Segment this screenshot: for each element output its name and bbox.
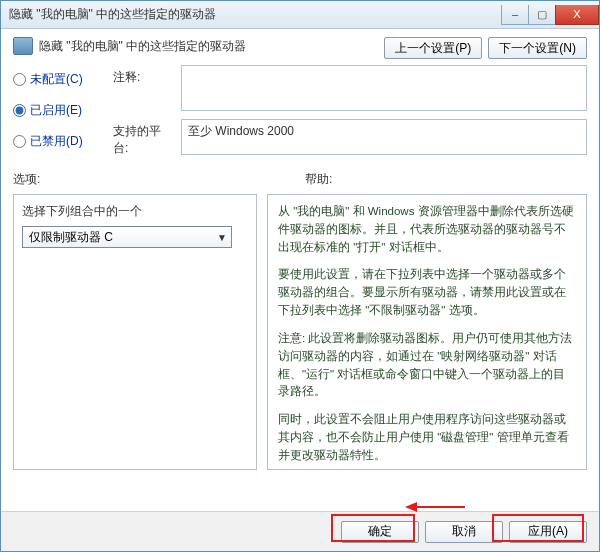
ok-button[interactable]: 确定 xyxy=(341,521,419,543)
lower-section: 选择下列组合中的一个 仅限制驱动器 C ▼ 从 "我的电脑" 和 Windows… xyxy=(13,194,587,470)
header-left: 隐藏 "我的电脑" 中的这些指定的驱动器 xyxy=(13,37,246,55)
section-labels-row: 选项: 帮助: xyxy=(13,171,587,188)
radio-disabled-input[interactable] xyxy=(13,135,26,148)
radio-enabled-label: 已启用(E) xyxy=(30,102,82,119)
help-p3: 注意: 此设置将删除驱动器图标。用户仍可使用其他方法访问驱动器的内容，如通过在 … xyxy=(278,330,576,401)
options-section-label: 选项: xyxy=(13,171,295,188)
header-row: 隐藏 "我的电脑" 中的这些指定的驱动器 上一个设置(P) 下一个设置(N) xyxy=(1,29,599,65)
help-p2: 要使用此设置，请在下拉列表中选择一个驱动器或多个驱动器的组合。要显示所有驱动器，… xyxy=(278,266,576,319)
dialog-window: 隐藏 "我的电脑" 中的这些指定的驱动器 – ▢ X 隐藏 "我的电脑" 中的这… xyxy=(0,0,600,552)
help-section-label: 帮助: xyxy=(305,171,587,188)
radio-disabled[interactable]: 已禁用(D) xyxy=(13,133,103,150)
titlebar[interactable]: 隐藏 "我的电脑" 中的这些指定的驱动器 – ▢ X xyxy=(1,1,599,29)
radio-not-configured[interactable]: 未配置(C) xyxy=(13,71,103,88)
help-p1: 从 "我的电脑" 和 Windows 资源管理器中删除代表所选硬件驱动器的图标。… xyxy=(278,203,576,256)
radio-not-configured-label: 未配置(C) xyxy=(30,71,83,88)
options-panel: 选择下列组合中的一个 仅限制驱动器 C ▼ xyxy=(13,194,257,470)
apply-button[interactable]: 应用(A) xyxy=(509,521,587,543)
state-radios: 未配置(C) 已启用(E) 已禁用(D) xyxy=(13,65,103,157)
cancel-button[interactable]: 取消 xyxy=(425,521,503,543)
next-setting-button[interactable]: 下一个设置(N) xyxy=(488,37,587,59)
window-title: 隐藏 "我的电脑" 中的这些指定的驱动器 xyxy=(9,6,216,23)
maximize-button[interactable]: ▢ xyxy=(528,5,556,25)
policy-title: 隐藏 "我的电脑" 中的这些指定的驱动器 xyxy=(39,38,246,55)
radio-enabled-input[interactable] xyxy=(13,104,26,117)
upper-section: 未配置(C) 已启用(E) 已禁用(D) 注释: 支持的平台: xyxy=(13,65,587,157)
help-p4: 同时，此设置不会阻止用户使用程序访问这些驱动器或其内容，也不会防止用户使用 "磁… xyxy=(278,411,576,464)
footer: 确定 取消 应用(A) xyxy=(1,511,599,551)
chevron-down-icon: ▼ xyxy=(217,232,227,243)
policy-icon xyxy=(13,37,33,55)
radio-disabled-label: 已禁用(D) xyxy=(30,133,83,150)
drive-combo[interactable]: 仅限制驱动器 C ▼ xyxy=(22,226,232,248)
close-button[interactable]: X xyxy=(555,5,599,25)
window-controls: – ▢ X xyxy=(502,5,599,25)
radio-not-configured-input[interactable] xyxy=(13,73,26,86)
minimize-button[interactable]: – xyxy=(501,5,529,25)
comment-row: 注释: xyxy=(113,65,587,111)
platform-row: 支持的平台: 至少 Windows 2000 xyxy=(113,119,587,157)
comment-input[interactable] xyxy=(181,65,587,111)
options-prompt: 选择下列组合中的一个 xyxy=(22,203,248,220)
nav-buttons: 上一个设置(P) 下一个设置(N) xyxy=(384,37,587,59)
upper-fields: 注释: 支持的平台: 至少 Windows 2000 xyxy=(113,65,587,157)
platform-label: 支持的平台: xyxy=(113,119,175,157)
content-area: 未配置(C) 已启用(E) 已禁用(D) 注释: 支持的平台: xyxy=(13,65,587,507)
radio-enabled[interactable]: 已启用(E) xyxy=(13,102,103,119)
previous-setting-button[interactable]: 上一个设置(P) xyxy=(384,37,482,59)
drive-combo-value: 仅限制驱动器 C xyxy=(29,229,113,246)
platform-value: 至少 Windows 2000 xyxy=(181,119,587,155)
comment-label: 注释: xyxy=(113,65,175,86)
help-panel: 从 "我的电脑" 和 Windows 资源管理器中删除代表所选硬件驱动器的图标。… xyxy=(267,194,587,470)
